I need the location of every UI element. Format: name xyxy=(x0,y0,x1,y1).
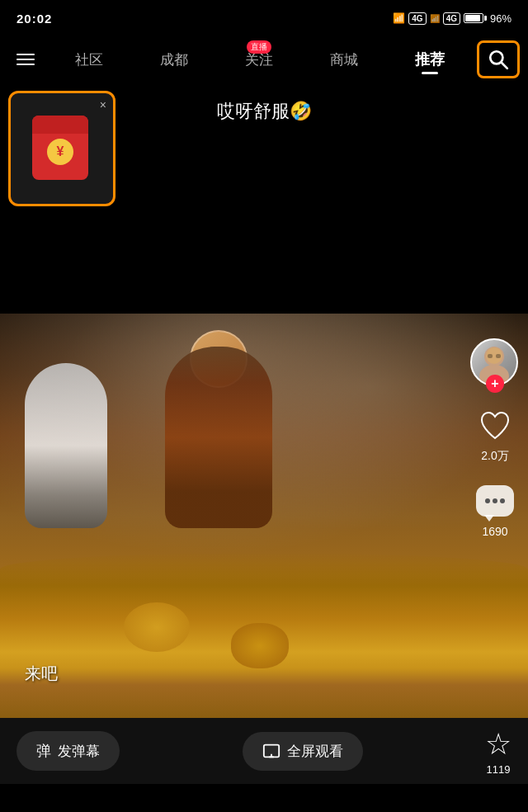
avatar-container[interactable]: + xyxy=(470,338,520,388)
nav-items: 社区 成都 直播 关注 商城 推荐 xyxy=(43,46,477,73)
comment-count: 1690 xyxy=(482,525,507,538)
menu-button[interactable] xyxy=(8,47,43,72)
person-left xyxy=(25,363,107,528)
svg-rect-5 xyxy=(488,354,493,358)
caption-text: 哎呀舒服🤣 xyxy=(217,99,312,124)
comment-icon xyxy=(474,480,516,522)
svg-rect-6 xyxy=(496,354,501,358)
danmaku-button[interactable]: 弹 发弹幕 xyxy=(16,731,120,771)
signal-label-1: 4G xyxy=(408,12,426,25)
signal-label-2: 4G xyxy=(443,12,460,25)
star-count: 1119 xyxy=(487,763,511,776)
envelope-icon: ¥ xyxy=(32,116,92,182)
star-button[interactable]: ☆ 1119 xyxy=(485,727,512,776)
right-actions: + 2.0万 1690 xyxy=(470,338,520,538)
video-background xyxy=(0,314,528,718)
live-badge: 直播 xyxy=(247,40,271,54)
search-icon xyxy=(488,49,509,70)
envelope-symbol: ¥ xyxy=(57,144,64,159)
battery-icon xyxy=(464,13,487,23)
nav-item-community[interactable]: 社区 xyxy=(70,47,108,73)
video-player[interactable]: 来吧 + xyxy=(0,314,528,718)
danmaku-label: 发弹幕 xyxy=(58,742,100,761)
fullscreen-button[interactable]: 全屏观看 xyxy=(243,732,363,771)
close-button[interactable]: × xyxy=(100,98,106,111)
nav-item-shop[interactable]: 商城 xyxy=(325,47,363,73)
danmaku-icon: 弹 xyxy=(36,741,51,761)
red-envelope-popup[interactable]: × ¥ xyxy=(8,91,116,206)
status-icons: 📶 4G 📶 4G 96% xyxy=(393,12,512,25)
fullscreen-label: 全屏观看 xyxy=(287,742,343,761)
status-time: 20:02 xyxy=(16,12,52,26)
battery-percent: 96% xyxy=(490,12,512,25)
follow-button[interactable]: + xyxy=(486,375,504,393)
star-icon: ☆ xyxy=(485,727,512,762)
nav-item-recommend[interactable]: 推荐 xyxy=(410,46,450,73)
person-center xyxy=(165,347,272,528)
video-subtitle: 来吧 xyxy=(25,663,58,685)
content-top: 哎呀舒服🤣 × ¥ xyxy=(0,83,528,314)
food-item-1 xyxy=(124,602,190,652)
status-bar: 20:02 📶 4G 📶 4G 96% xyxy=(0,0,528,36)
svg-line-1 xyxy=(502,63,507,68)
signal-icon-2: 📶 xyxy=(430,14,440,23)
search-button[interactable] xyxy=(477,40,520,78)
bottom-bar: 弹 发弹幕 全屏观看 ☆ 1119 xyxy=(0,718,528,784)
nav-item-chengdu[interactable]: 成都 xyxy=(155,47,193,73)
nav-bar: 社区 成都 直播 关注 商城 推荐 xyxy=(0,36,528,83)
fullscreen-icon xyxy=(262,742,280,760)
nav-item-follow[interactable]: 直播 关注 xyxy=(240,47,278,73)
food-item-2 xyxy=(231,623,289,668)
signal-icon-1: 📶 xyxy=(393,12,405,24)
like-button[interactable]: 2.0万 xyxy=(474,404,516,464)
like-count: 2.0万 xyxy=(481,449,508,464)
comment-button[interactable]: 1690 xyxy=(474,480,516,538)
heart-icon xyxy=(474,404,516,446)
